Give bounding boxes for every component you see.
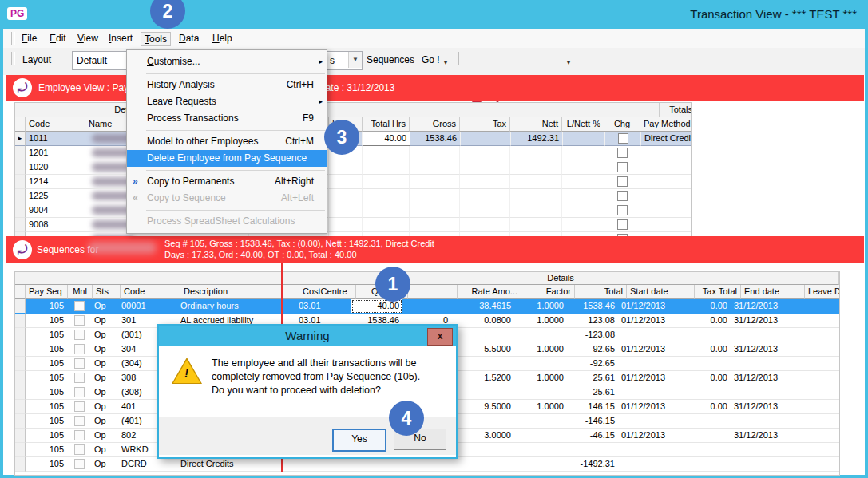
mnl-checkbox[interactable] [74, 387, 85, 397]
column-header-sel[interactable] [15, 285, 26, 299]
chart-dropdown-caret-icon[interactable]: ▾ [567, 59, 570, 66]
menubar-item-tools[interactable]: Tools [141, 32, 171, 46]
chg-checkbox[interactable] [617, 191, 628, 201]
cell-mnl[interactable] [67, 414, 91, 429]
cell-tax_total: 0.00 [685, 371, 731, 385]
column-header-total_hrs[interactable]: Total Hrs [363, 117, 410, 132]
cell-mnl[interactable] [67, 371, 91, 385]
dialog-title[interactable]: Warning [159, 326, 456, 346]
column-header-rate[interactable]: Rate Amo... [458, 285, 521, 299]
table-row[interactable]: 1020 [15, 160, 691, 175]
cell-mnl[interactable] [67, 328, 91, 342]
cell-chg[interactable] [604, 160, 640, 175]
menu-item-process-transactions[interactable]: Process TransactionsF9 [127, 110, 327, 127]
menubar-item-data[interactable]: Data [176, 32, 202, 45]
column-header-sel[interactable] [15, 117, 26, 132]
menubar-item-view[interactable]: View [74, 32, 101, 45]
cell-mnl[interactable] [67, 400, 91, 414]
column-header-chg[interactable]: Chg [604, 117, 640, 132]
mnl-checkbox[interactable] [74, 416, 85, 426]
menu-item-leave-requests[interactable]: Leave Requests▸ [127, 93, 327, 110]
column-header-code[interactable]: Code [121, 285, 180, 299]
chg-checkbox[interactable] [617, 205, 628, 215]
yes-button[interactable]: Yes [332, 429, 386, 452]
column-header-start_date[interactable]: Start date [627, 285, 695, 299]
chg-checkbox[interactable] [617, 219, 628, 230]
mnl-checkbox[interactable] [74, 315, 85, 326]
column-header-sts[interactable]: Sts [93, 285, 121, 299]
cell-chg[interactable] [604, 189, 640, 203]
cell-cost_centre [295, 457, 351, 472]
column-header-pay_seq[interactable]: Pay Seq▽ [26, 285, 68, 299]
column-header-code[interactable]: Code [26, 117, 85, 132]
submenu-arrow-icon: ▸ [319, 93, 323, 110]
chg-checkbox[interactable] [618, 133, 628, 144]
mnl-checkbox[interactable] [74, 344, 85, 354]
employee-table: DetailsTotalsCodeNameHTotal HrsGrossTaxN… [14, 102, 692, 238]
column-header-pay_method[interactable]: Pay Method [640, 117, 692, 132]
column-header-tax[interactable]: Tax [460, 117, 510, 132]
column-header-factor[interactable]: Factor [521, 285, 575, 299]
mnl-checkbox[interactable] [74, 444, 85, 455]
cell-chg[interactable] [605, 132, 641, 146]
column-header-end_date[interactable]: End date [741, 285, 805, 299]
cell-mnl[interactable] [67, 429, 91, 443]
cell-pay_seq: 105 [26, 299, 67, 314]
menu-item-model-to-other-employees[interactable]: Model to other EmployeesCtrl+M [127, 133, 327, 150]
table-row[interactable]: 1214 [15, 175, 691, 189]
cell-tax_total [685, 457, 731, 472]
column-header-x[interactable] [408, 285, 458, 299]
menubar-item-insert[interactable]: Insert [105, 32, 136, 45]
table-row[interactable]: 1225 [15, 189, 691, 203]
cell-chg[interactable] [604, 203, 640, 218]
column-header-leave[interactable]: Leave Details [805, 285, 840, 299]
menubar-item-help[interactable]: Help [209, 32, 236, 45]
column-header-lnett[interactable]: L/Nett % [562, 117, 604, 132]
mnl-checkbox[interactable] [74, 358, 85, 369]
cell-mnl[interactable] [67, 342, 91, 357]
menu-item-customise[interactable]: Customise...▸ [127, 53, 327, 70]
menu-item-history-analysis[interactable]: History AnalysisCtrl+H [127, 77, 327, 93]
dialog-close-button[interactable]: x [427, 328, 453, 346]
chg-checkbox[interactable] [617, 176, 628, 187]
cell-pay_method [640, 146, 692, 160]
cell-chg[interactable] [604, 218, 640, 232]
mnl-checkbox[interactable] [74, 430, 85, 440]
column-header-nett[interactable]: Nett [510, 117, 562, 132]
cell-mnl[interactable] [67, 457, 91, 472]
mnl-checkbox[interactable] [74, 301, 85, 311]
menu-item-copy-to-permanents[interactable]: »Copy to PermanentsAlt+Right [127, 173, 327, 190]
table-row[interactable]: 9004 [15, 203, 691, 218]
mnl-checkbox[interactable] [74, 401, 85, 412]
go-dropdown-caret-icon[interactable]: ▾ [444, 59, 447, 66]
cell-factor: 1.0000 [514, 314, 567, 328]
column-header-tax_total[interactable]: Tax Total [695, 285, 741, 299]
cell-mnl[interactable] [67, 314, 91, 328]
cell-mnl[interactable] [67, 299, 91, 314]
chg-checkbox[interactable] [617, 148, 628, 158]
cell-chg[interactable] [604, 146, 640, 160]
cell-mnl[interactable] [67, 385, 91, 400]
menubar-item-edit[interactable]: Edit [46, 32, 69, 45]
cell-chg[interactable] [604, 175, 640, 189]
table-row[interactable]: 105OpDCRDDirect Credits-1492.31 [15, 457, 839, 472]
cell-pay_seq: 105 [26, 314, 67, 328]
menubar-item-file[interactable]: File [18, 32, 40, 45]
column-header-cost_centre[interactable]: CostCentre [299, 285, 356, 299]
menu-item-delete-employee-from-pay-sequence[interactable]: Delete Employee from Pay Sequence [127, 150, 327, 167]
column-header-gross[interactable]: Gross [410, 117, 460, 132]
chg-checkbox[interactable] [617, 162, 628, 172]
cell-x [402, 299, 451, 314]
chevron-down-icon[interactable]: ▼ [348, 52, 362, 68]
go-button[interactable]: Go ! [422, 54, 440, 65]
cell-mnl[interactable] [67, 357, 91, 371]
cell-sel [15, 160, 26, 175]
mnl-checkbox[interactable] [74, 330, 85, 340]
table-row[interactable]: 9008 [15, 218, 691, 232]
column-header-mnl[interactable]: Mnl [68, 285, 93, 299]
column-header-total[interactable]: Total [575, 285, 627, 299]
table-row[interactable]: 105Op00001Ordinary hours03.0140.0038.461… [15, 299, 839, 314]
mnl-checkbox[interactable] [74, 373, 85, 383]
cell-mnl[interactable] [67, 443, 91, 457]
mnl-checkbox[interactable] [74, 459, 85, 469]
